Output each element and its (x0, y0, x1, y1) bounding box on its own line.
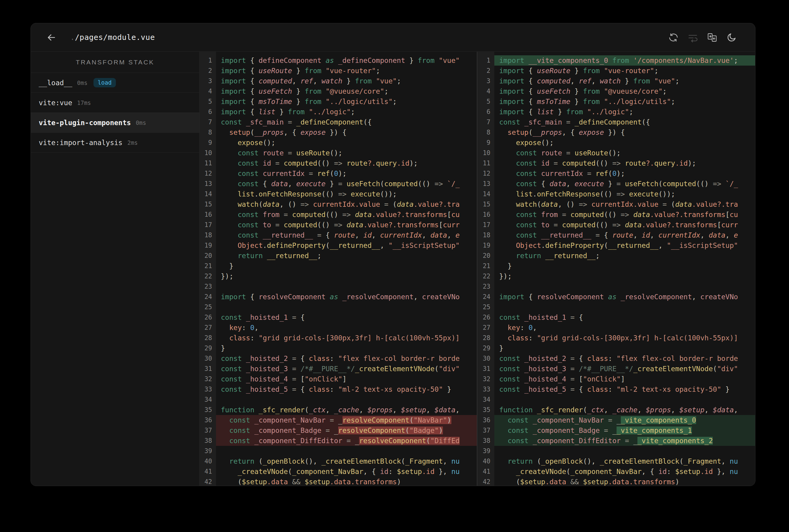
code-token: const (238, 221, 258, 229)
line-wrap-button[interactable] (683, 29, 702, 46)
transform-stack-item-vite-import-analysis[interactable]: vite:import-analysis2ms (31, 133, 199, 153)
code-token: ?. (368, 159, 376, 167)
code-token: ?. (646, 159, 654, 167)
code-token: route (612, 231, 633, 239)
code-token: { (524, 98, 537, 106)
code-token: "ml-2 text-xs opacity-50" (617, 385, 721, 393)
code-token: ( (529, 129, 533, 136)
code-token: const (221, 355, 242, 362)
code-token (537, 211, 541, 218)
code-token: (); (262, 139, 275, 147)
code-line: const currentIdx = ref(0); (494, 168, 755, 179)
code-token: , { (284, 129, 300, 136)
code-token: createVNo (700, 293, 738, 301)
code-line: const _component_NavBar = _resolveCompon… (216, 415, 477, 425)
code-token: '/components/NavBar.vue' (629, 57, 734, 64)
side-by-side-button[interactable] (702, 29, 722, 46)
code-line (494, 446, 755, 456)
code-token (499, 457, 508, 465)
code-token (499, 211, 516, 218)
code-token: resolveComponent (537, 293, 604, 301)
code-token (520, 314, 524, 321)
code-line: ($setup.data && $setup.data.transforms) (494, 477, 755, 486)
code-token: const (499, 375, 520, 383)
code-token: __returned__ (267, 252, 317, 260)
code-token: const (229, 426, 250, 434)
code-token: = (288, 314, 301, 321)
code-token: execute (351, 190, 380, 198)
code-token: ) (397, 478, 401, 486)
code-token: setup (508, 129, 529, 136)
code-token: .value?.tra (692, 201, 738, 208)
code-token (242, 118, 246, 126)
code-token: $setup (679, 406, 704, 414)
code-token: curr (721, 221, 738, 229)
code-token: , (292, 77, 300, 85)
code-token: = (326, 416, 338, 424)
code-token: , (533, 324, 537, 331)
code-token: currentIdx.value (313, 201, 380, 208)
line-number: 17 (477, 220, 494, 230)
code-token: ( (254, 457, 263, 465)
line-number: 7 (477, 117, 494, 127)
code-token: id (263, 159, 271, 167)
transform-stack-item-vite-vue[interactable]: vite:vue17ms (31, 93, 199, 113)
header-bar: ./pages/module.vue (31, 23, 755, 52)
code-token: "onClick" (305, 375, 343, 383)
code-token: => (713, 180, 721, 188)
transform-stack-sidebar: TRANSFORM STACK __load__0msloadvite:vue1… (31, 52, 200, 486)
code-token: _createElementVNode (355, 365, 435, 373)
code-token: const (508, 437, 529, 445)
code-token: _component_Badge (254, 426, 322, 434)
code-token (259, 170, 263, 177)
code-after: import __vite_components_0 from '/compon… (494, 52, 755, 486)
code-line: const _component_Badge = __vite_componen… (494, 425, 755, 436)
code-token: = (305, 170, 317, 177)
code-token: .id (675, 159, 688, 167)
code-token: $props (646, 406, 671, 414)
code-token: , (326, 406, 334, 414)
code-token: { (579, 314, 583, 321)
code-token: } (499, 344, 503, 352)
code-line: const { data, execute } = useFetch(compu… (216, 179, 477, 189)
line-number: 28 (200, 333, 216, 343)
code-token: [ (579, 375, 583, 383)
code-token: = (549, 159, 562, 167)
code-token: , (443, 457, 452, 465)
transform-stack-item-vite-plugin-components[interactable]: vite-plugin-components0ms (31, 113, 199, 133)
code-token: } (292, 98, 305, 106)
code-token: _component_NavBar (533, 416, 604, 424)
code-token: (() (326, 211, 342, 218)
code-line: const route = useRoute(); (494, 148, 755, 158)
code-token: { (524, 108, 537, 116)
code-token: computed (562, 159, 596, 167)
transform-stack-item--load-[interactable]: __load__0msload (31, 73, 199, 93)
code-token: (); (608, 149, 621, 157)
code-token: , { (562, 129, 579, 136)
code-token: => (334, 159, 343, 167)
code-line: const _hoisted_5 = { class: "ml-2 text-x… (216, 384, 477, 395)
code-token: (() (604, 211, 621, 218)
code-token: } (554, 108, 566, 116)
line-number: 27 (200, 323, 216, 333)
code-token: , (380, 242, 388, 249)
code-token: list (259, 108, 275, 116)
line-number: 14 (200, 189, 216, 199)
code-token: route (334, 231, 355, 239)
code-token: (() (596, 159, 612, 167)
code-token: const (238, 180, 258, 188)
code-token: nu (730, 457, 738, 465)
code-token: { (579, 355, 587, 362)
code-token: = (284, 149, 296, 157)
code-token (537, 231, 541, 239)
dark-mode-button[interactable] (722, 29, 741, 46)
code-token: { (524, 77, 537, 85)
code-token: nu (452, 457, 460, 465)
back-button[interactable] (45, 31, 58, 44)
code-line (494, 395, 755, 405)
code-line: const id = computed(() => route?.query.i… (216, 158, 477, 168)
code-token: _component_Badge (533, 426, 600, 434)
code-token: } (405, 57, 418, 64)
refresh-button[interactable] (664, 29, 683, 46)
code-token: { (579, 385, 587, 393)
